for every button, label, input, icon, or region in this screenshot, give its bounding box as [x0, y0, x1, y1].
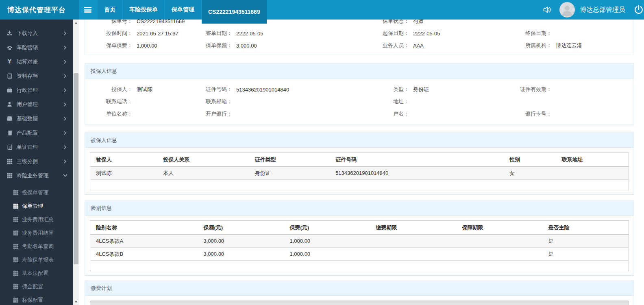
sidebar-subitem[interactable]: 保单管理 [0, 199, 73, 213]
table-row: 4LCS条款A3,000.001,000.00是 [90, 235, 629, 248]
sidebar-item[interactable]: 资料存档 [0, 69, 73, 83]
info-row: 保单号：CS22221943511669产品名称：4LCS产品保单状态：有效 [90, 20, 629, 27]
grid-icon [13, 203, 19, 209]
chevron-right-icon [63, 145, 67, 149]
sidebar-item[interactable]: 三级分佣 [0, 154, 73, 168]
info-field: 地址： [379, 98, 517, 105]
info-row: 单位名称：开户银行：户名：银行卡号： [90, 108, 629, 120]
user-avatar[interactable] [559, 2, 575, 17]
sidebar-item[interactable]: ¥结算对账 [0, 54, 73, 69]
nav-tabs: 首页车险投保单保单管理CS22221943511669 [97, 0, 267, 20]
info-row: 联系电话：联系邮箱：地址： [90, 96, 629, 108]
nav-tab-2[interactable]: 车险投保单 [123, 0, 164, 20]
scrollbar-down-arrow[interactable]: ▼ [73, 298, 79, 305]
chevron-right-icon [63, 131, 67, 135]
info-field: 类型：身份证 [379, 86, 517, 93]
table-empty-row [90, 180, 629, 190]
sidebar-item[interactable]: 下载导入 [0, 26, 73, 40]
chevron-right-icon [63, 74, 67, 78]
nav-tab-3[interactable]: 保单管理 [165, 0, 201, 20]
user-icon [6, 101, 13, 108]
phone-icon [6, 44, 13, 51]
info-field: 证件有效期： [517, 86, 629, 93]
grid-icon [13, 297, 19, 303]
coverage-card: 险别信息 险别名称保额(元)保费(元)缴费期限保障期限是否主险4LCS条款A3,… [85, 200, 634, 276]
sidebar-item[interactable]: 用户管理 [0, 97, 73, 111]
sidebar-subitem[interactable]: 标保配置 [0, 293, 73, 305]
chevron-right-icon [63, 102, 67, 107]
coverage-table: 险别名称保额(元)保费(元)缴费期限保障期限是否主险4LCS条款A3,000.0… [90, 220, 629, 271]
info-row: 投保人：测试陈证件号码：513436201901014840类型：身份证证件有效… [90, 83, 629, 96]
info-field: 所属机构：博达连云港 [517, 42, 629, 49]
applicant-body: 投保人：测试陈证件号码：513436201901014840类型：身份证证件有效… [85, 78, 634, 124]
sidebar-subitem[interactable]: 投保单管理 [0, 186, 73, 199]
chevron-down-icon [63, 173, 67, 178]
user-name[interactable]: 博达总部管理员 [580, 6, 625, 14]
applicant-section-title: 投保人信息 [85, 64, 634, 78]
sidebar-submenu: 投保单管理保单管理业务费用汇总业务费用结算考勤名单查询寿险保单报表基本法配置佣金… [0, 183, 73, 305]
info-field: 业务人员：AAA [379, 42, 517, 49]
sidebar-item[interactable]: 产品配置 [0, 126, 73, 140]
speaker-icon[interactable] [540, 5, 554, 14]
table-empty-row [90, 261, 629, 271]
app-logo: 博达保代管理平台 [0, 0, 79, 20]
sidebar-subitem[interactable]: 业务费用汇总 [0, 213, 73, 226]
sidebar-item[interactable]: 基础数据 [0, 111, 73, 126]
yen-icon: ¥ [6, 58, 13, 65]
policy-summary-card: 保单号：CS22221943511669产品名称：4LCS产品保单状态：有效投保… [85, 20, 634, 55]
insured-table: 被保人投保人关系证件类型证件号码性别联系地址测试陈本人身份证5134362019… [90, 152, 629, 190]
chevron-right-icon [63, 117, 67, 121]
sidebar-item[interactable]: 寿险业务管理 [0, 168, 73, 183]
menu-icon[interactable] [79, 0, 97, 20]
briefcase-icon [6, 87, 13, 94]
info-field: 保单保额：3,000.00 [204, 42, 379, 49]
grid-icon [13, 216, 19, 222]
info-row: 保单保费：1,000.00保单保额：3,000.00业务人员：AAA所属机构：博… [90, 39, 629, 52]
chevron-right-icon [63, 159, 67, 163]
grid-icon [13, 283, 19, 290]
info-field: 户名： [379, 110, 517, 118]
nav-tab-1[interactable]: 首页 [98, 0, 122, 20]
info-field: 证件号码：513436201901014840 [204, 86, 379, 93]
grid-icon [6, 158, 13, 165]
database-icon [6, 115, 13, 122]
book-icon [6, 129, 13, 136]
coverage-section-title: 险别信息 [85, 201, 634, 216]
nav-tab-4[interactable]: CS22221943511669 [202, 0, 267, 24]
info-field: 单位名称： [90, 110, 204, 118]
sidebar-scrollbar[interactable]: ▲ ▼ [73, 20, 79, 305]
main-content: 保单号：CS22221943511669产品名称：4LCS产品保单状态：有效投保… [79, 20, 644, 305]
applicant-card: 投保人信息 投保人：测试陈证件号码：513436201901014840类型：身… [85, 63, 634, 124]
svg-text:¥: ¥ [8, 59, 12, 65]
sidebar-item[interactable]: 单证管理 [0, 140, 73, 154]
sidebar-subitem[interactable]: 考勤名单查询 [0, 240, 73, 253]
grid-icon [6, 172, 13, 179]
info-field: 签单日期：2222-05-05 [204, 30, 379, 37]
sidebar-subitem[interactable]: 基本法配置 [0, 266, 73, 280]
download-icon [6, 30, 13, 37]
table-row: 4LCS条款B3,000.001,000.00是 [90, 248, 629, 261]
grid-icon [13, 270, 19, 276]
sidebar-item[interactable]: 车险营销 [0, 40, 73, 54]
info-field: 终保日期： [517, 30, 629, 37]
info-row: 投保时间：2021-05-27 15:37签单日期：2222-05-05起保日期… [90, 27, 629, 39]
table-header-row: 被保人投保人关系证件类型证件号码性别联系地址 [90, 153, 629, 167]
sidebar-menu: 下载导入车险营销¥结算对账资料存档行政管理用户管理基础数据产品配置单证管理三级分… [0, 20, 73, 305]
chevron-right-icon [63, 88, 67, 92]
chevron-right-icon [63, 31, 67, 35]
sidebar-item[interactable]: 行政管理 [0, 83, 73, 97]
insured-section-title: 被保人信息 [85, 133, 634, 148]
table-row: 测试陈本人身份证513436201901014840女 [90, 167, 629, 180]
info-field: 投保人：测试陈 [90, 86, 204, 93]
info-field: 保单保费：1,000.00 [90, 42, 204, 49]
scrollbar-thumb[interactable] [74, 73, 78, 264]
insured-card: 被保人信息 被保人投保人关系证件类型证件号码性别联系地址测试陈本人身份证5134… [85, 133, 634, 195]
scrollbar-up-arrow[interactable]: ▲ [73, 20, 79, 26]
grid-icon [13, 257, 19, 263]
chevron-right-icon [63, 60, 67, 64]
chevron-right-icon [63, 46, 67, 50]
sidebar-subitem[interactable]: 业务费用结算 [0, 226, 73, 240]
power-icon[interactable] [632, 4, 644, 15]
sidebar-subitem[interactable]: 寿险保单报表 [0, 253, 73, 266]
sidebar-subitem[interactable]: 佣金配置 [0, 280, 73, 293]
